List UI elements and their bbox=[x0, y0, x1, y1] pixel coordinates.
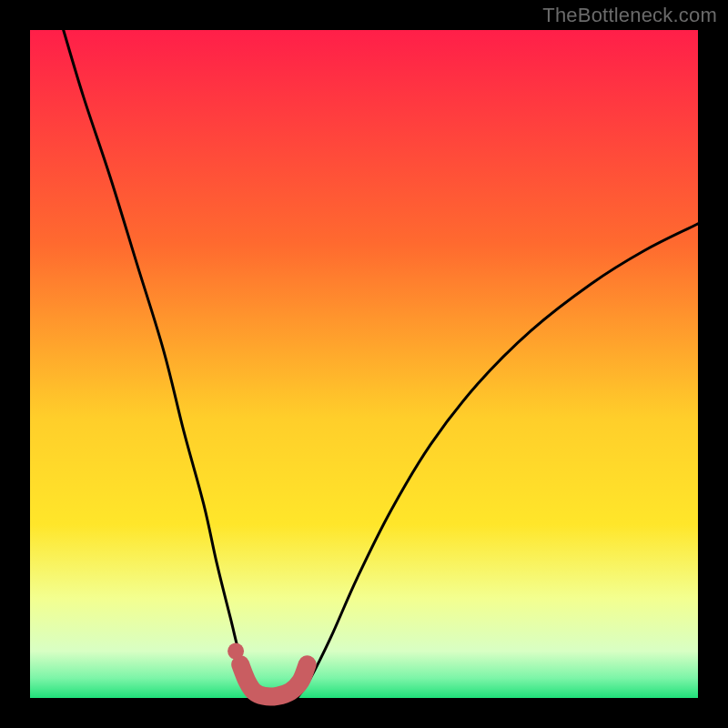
chart-svg bbox=[0, 0, 728, 728]
chart-frame: TheBottleneck.com bbox=[0, 0, 728, 728]
highlight-dot bbox=[228, 643, 244, 660]
plot-area bbox=[30, 30, 698, 698]
watermark-text: TheBottleneck.com bbox=[542, 4, 717, 27]
